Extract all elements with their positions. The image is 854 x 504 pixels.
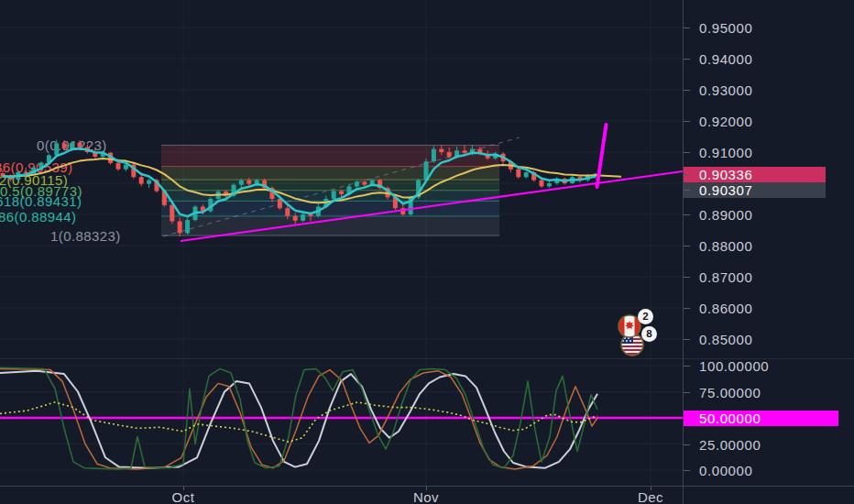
axis-tick-label: 0.86000 [699, 301, 752, 316]
axis-tick-label: 0.85000 [699, 332, 752, 347]
time-axis-label: Oct [172, 489, 195, 504]
axis-tick-mark [684, 246, 690, 247]
axis-tick-mark [684, 308, 690, 309]
candle-body[interactable] [293, 216, 298, 221]
oscillator-midline-badge: 50.00000 [684, 411, 838, 426]
axis-tick-mark [684, 174, 690, 175]
candle-body[interactable] [339, 192, 344, 194]
candle-body[interactable] [62, 143, 67, 148]
candle-body[interactable] [540, 181, 544, 187]
axis-tick-mark [684, 366, 690, 367]
axis-tick-mark [684, 444, 690, 445]
oscillator-panel[interactable] [0, 358, 683, 486]
price-axis[interactable]: 0.90336 0.90307 50.00000 0.950000.940000… [683, 0, 854, 504]
ma-fast-line[interactable] [3, 148, 596, 216]
candle-body[interactable] [70, 143, 74, 148]
axis-tick-mark [684, 277, 690, 278]
axis-tick-mark [684, 190, 690, 191]
trading-chart-root: 0(0.91223)0.236(0.90539)0.382(0.90115)0.… [0, 0, 854, 504]
axis-tick-mark [684, 121, 690, 122]
axis-tick-label: 25.00000 [699, 437, 761, 453]
candle-body[interactable] [170, 205, 174, 222]
event-count-badge: 8 [641, 326, 657, 342]
axis-tick-label: 0.88000 [699, 238, 752, 254]
axis-tick-label: 0.95000 [699, 20, 752, 36]
last-price-badge: 0.90307 [684, 182, 826, 198]
candle-body[interactable] [178, 221, 182, 233]
axis-tick-mark [684, 59, 690, 60]
candle-body[interactable] [362, 181, 367, 184]
axis-tick-label: 0.89000 [699, 207, 752, 223]
axis-tick-label: 0.94000 [699, 51, 752, 67]
axis-tick-label: 0.00000 [699, 463, 752, 478]
candle-body[interactable] [139, 177, 144, 183]
candle-body[interactable] [439, 149, 443, 152]
axis-tick-mark [684, 90, 690, 91]
candle-body[interactable] [463, 150, 467, 152]
candle-body[interactable] [355, 181, 359, 186]
time-tick-mark [651, 487, 651, 490]
axis-tick-mark [684, 27, 690, 28]
candle-body[interactable] [547, 183, 552, 186]
ma-slow-line[interactable] [3, 159, 621, 203]
candle-body[interactable] [246, 181, 251, 184]
candle-body[interactable] [239, 181, 244, 185]
time-axis[interactable]: OctNovDec [0, 486, 854, 504]
time-tick-mark [426, 487, 427, 490]
axis-tick-label: 0.91000 [699, 145, 752, 160]
candle-body[interactable] [124, 165, 128, 170]
main-price-chart[interactable] [0, 0, 683, 358]
candle-body[interactable] [301, 214, 305, 221]
magenta-vertical-line[interactable] [597, 125, 607, 187]
axis-tick-label: 100.00000 [699, 358, 769, 374]
event-count-badge: 2 [638, 309, 653, 324]
cad-economic-events-icon[interactable]: 2 [618, 314, 641, 338]
axis-tick-label: 75.00000 [699, 385, 761, 400]
axis-tick-label: 0.87000 [699, 269, 752, 285]
candle-body[interactable] [147, 181, 151, 184]
candle-body[interactable] [432, 149, 436, 162]
candle-body[interactable] [185, 220, 190, 233]
axis-tick-mark [684, 214, 690, 215]
time-axis-label: Nov [413, 489, 439, 504]
candle-body[interactable] [78, 143, 82, 148]
candle-body[interactable] [332, 192, 336, 200]
candle-body[interactable] [447, 152, 452, 157]
axis-tick-mark [684, 392, 690, 393]
candle-body[interactable] [116, 163, 121, 170]
axis-tick-label: 0.93000 [699, 82, 752, 98]
axis-tick-mark [684, 152, 690, 153]
axis-tick-label: 0.92000 [699, 114, 752, 129]
candle-body[interactable] [285, 208, 290, 216]
axis-tick-mark [684, 470, 690, 471]
time-tick-mark [183, 487, 184, 490]
candle-body[interactable] [309, 214, 313, 216]
axis-tick-mark [684, 339, 690, 340]
trendline-price-badge: 0.90336 [684, 167, 826, 182]
candle-body[interactable] [54, 143, 59, 155]
time-axis-label: Dec [638, 489, 663, 504]
candle-body[interactable] [524, 172, 529, 177]
candle-body[interactable] [516, 170, 520, 178]
